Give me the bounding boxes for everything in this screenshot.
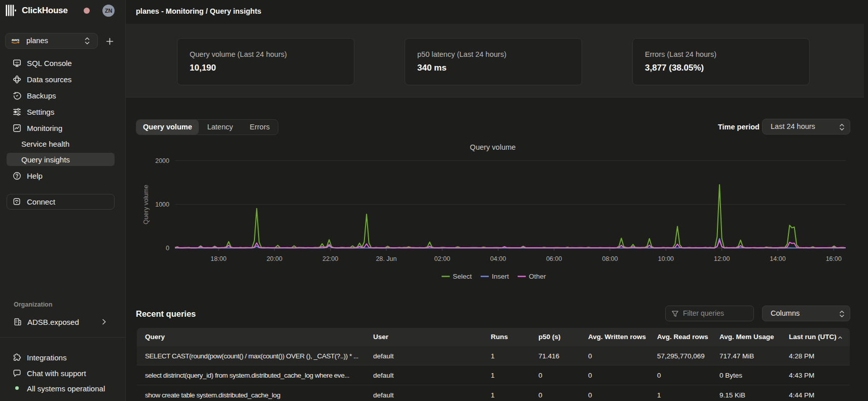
svg-text:10:00: 10:00 <box>658 255 674 262</box>
svg-text:20:00: 20:00 <box>267 255 282 262</box>
svg-text:06:00: 06:00 <box>546 255 562 262</box>
svg-text:Query volume: Query volume <box>142 185 150 224</box>
svg-text:Insert: Insert <box>492 273 509 280</box>
svg-text:12:00: 12:00 <box>714 255 730 262</box>
svg-text:0: 0 <box>166 245 169 252</box>
svg-text:aws: aws <box>12 38 20 42</box>
svg-text:18:00: 18:00 <box>210 255 226 262</box>
svg-text:Other: Other <box>529 273 546 280</box>
svg-text:Select: Select <box>453 273 472 280</box>
svg-text:02:00: 02:00 <box>435 255 450 262</box>
svg-text:08:00: 08:00 <box>602 255 618 262</box>
svg-text:22:00: 22:00 <box>322 255 338 262</box>
svg-text:04:00: 04:00 <box>490 255 506 262</box>
svg-text:Query volume: Query volume <box>470 143 516 151</box>
svg-text:28. Jun: 28. Jun <box>376 255 396 262</box>
svg-text:2000: 2000 <box>155 157 169 164</box>
svg-text:1000: 1000 <box>155 201 169 208</box>
svg-text:16:00: 16:00 <box>826 255 842 262</box>
svg-text:14:00: 14:00 <box>770 255 785 262</box>
